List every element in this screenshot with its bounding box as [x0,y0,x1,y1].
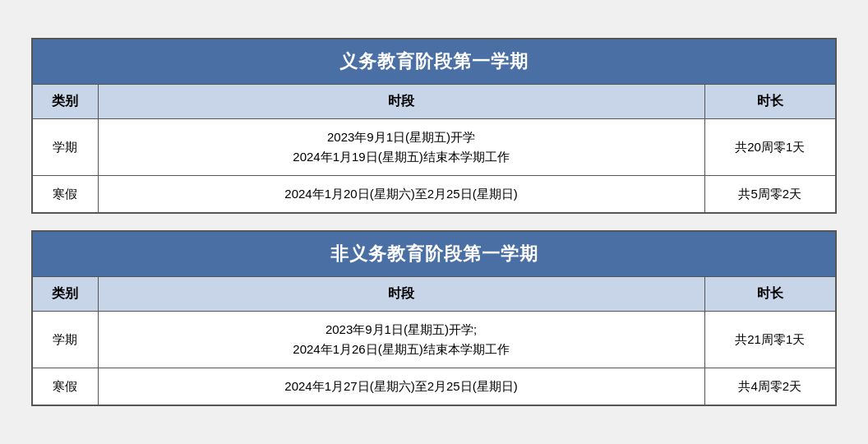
data-row-1-0: 学期2023年9月1日(星期五)开学;2024年1月26日(星期五)结束本学期工… [32,312,836,368]
cell-category-1-1: 寒假 [32,368,98,406]
data-row-0-1: 寒假2024年1月20日(星期六)至2月25日(星期日)共5周零2天 [32,176,836,214]
header-cell-0-0: 类别 [32,85,98,119]
cell-category-0-1: 寒假 [32,176,98,214]
cell-period-1-1: 2024年1月27日(星期六)至2月25日(星期日) [98,368,704,406]
cell-duration-1-1: 共4周零2天 [704,368,836,406]
header-cell-1-1: 时段 [98,277,704,312]
header-row-0: 类别时段时长 [32,85,836,119]
cell-duration-0-0: 共20周零1天 [704,119,836,176]
title-row-1: 非义务教育阶段第一学期 [32,231,836,277]
data-row-0-0: 学期2023年9月1日(星期五)开学2024年1月19日(星期五)结束本学期工作… [32,119,836,176]
header-cell-0-2: 时长 [704,85,836,119]
header-cell-1-2: 时长 [704,277,836,312]
cell-period-1-0: 2023年9月1日(星期五)开学;2024年1月26日(星期五)结束本学期工作 [98,312,704,368]
table-wrapper-1: 非义务教育阶段第一学期类别时段时长学期2023年9月1日(星期五)开学;2024… [31,230,837,406]
cell-period-0-0: 2023年9月1日(星期五)开学2024年1月19日(星期五)结束本学期工作 [98,119,704,176]
cell-duration-1-0: 共21周零1天 [704,312,836,368]
data-row-1-1: 寒假2024年1月27日(星期六)至2月25日(星期日)共4周零2天 [32,368,836,406]
page-container: 义务教育阶段第一学期类别时段时长学期2023年9月1日(星期五)开学2024年1… [0,0,868,444]
cell-category-0-0: 学期 [32,119,98,176]
table-wrapper-0: 义务教育阶段第一学期类别时段时长学期2023年9月1日(星期五)开学2024年1… [31,38,837,214]
table-title-0: 义务教育阶段第一学期 [32,39,836,85]
cell-period-0-1: 2024年1月20日(星期六)至2月25日(星期日) [98,176,704,214]
cell-category-1-0: 学期 [32,312,98,368]
table-1: 非义务教育阶段第一学期类别时段时长学期2023年9月1日(星期五)开学;2024… [31,230,837,406]
cell-duration-0-1: 共5周零2天 [704,176,836,214]
title-row-0: 义务教育阶段第一学期 [32,39,836,85]
header-cell-1-0: 类别 [32,277,98,312]
header-cell-0-1: 时段 [98,85,704,119]
table-title-1: 非义务教育阶段第一学期 [32,231,836,277]
header-row-1: 类别时段时长 [32,277,836,312]
table-0: 义务教育阶段第一学期类别时段时长学期2023年9月1日(星期五)开学2024年1… [31,38,837,214]
